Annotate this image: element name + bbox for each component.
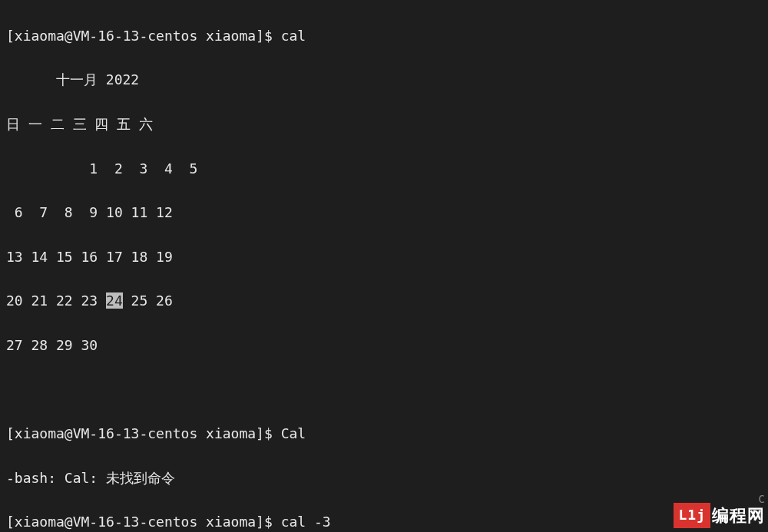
cal-today: 24 — [106, 292, 123, 309]
command-cal-3: cal -3 — [281, 514, 331, 530]
error-output: -bash: Cal: 未找到命令 — [6, 468, 762, 490]
terminal[interactable]: [xiaoma@VM-16-13-centos xiaoma]$ cal 十一月… — [0, 0, 768, 532]
cal-row-4b: 25 26 — [123, 292, 173, 309]
prompt-text: [xiaoma@VM-16-13-centos xiaoma]$ — [6, 425, 281, 441]
cal-row-5: 27 28 29 30 — [6, 335, 762, 357]
prompt-line-2: [xiaoma@VM-16-13-centos xiaoma]$ Cal — [6, 423, 762, 445]
prompt-text: [xiaoma@VM-16-13-centos xiaoma]$ — [6, 514, 281, 530]
cal-row-3: 13 14 15 16 17 18 19 — [6, 246, 762, 269]
watermark: L1j 编程网 — [674, 502, 768, 529]
cal-row-4a: 20 21 22 23 — [6, 292, 106, 309]
cal-row-2: 6 7 8 9 10 11 12 — [6, 202, 762, 224]
command-cal-upper: Cal — [281, 425, 306, 441]
cal-dow: 日 一 二 三 四 五 六 — [6, 114, 762, 136]
prompt-text: [xiaoma@VM-16-13-centos xiaoma]$ — [6, 28, 281, 44]
watermark-badge: L1j — [674, 503, 710, 528]
prompt-line-1: [xiaoma@VM-16-13-centos xiaoma]$ cal — [6, 25, 762, 48]
cal-row-4: 20 21 22 23 24 25 26 — [6, 290, 762, 312]
watermark-text: 编程网 — [712, 502, 765, 529]
cal-title: 十一月 2022 — [6, 69, 762, 91]
command-cal: cal — [281, 28, 306, 44]
cal-row-1: 1 2 3 4 5 — [6, 158, 762, 180]
prompt-line-3: [xiaoma@VM-16-13-centos xiaoma]$ cal -3 — [6, 511, 762, 532]
blank-line — [6, 379, 762, 401]
